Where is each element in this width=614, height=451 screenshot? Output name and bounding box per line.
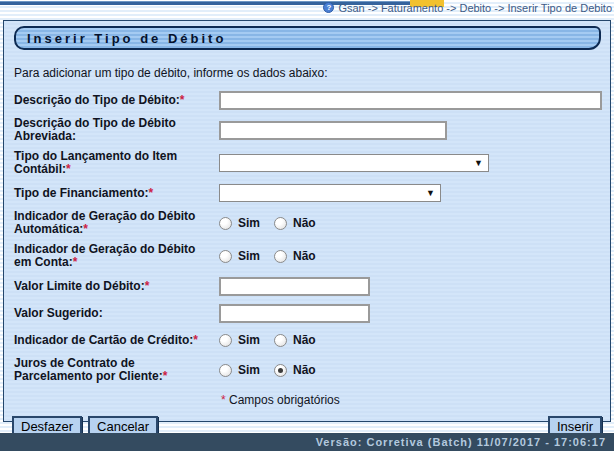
form-row-juros-parcelamento: Juros de Contrato de Parcelamento por Cl… bbox=[14, 357, 602, 383]
required-asterisk: * bbox=[193, 333, 198, 347]
geracao-automatica-nao-radio[interactable] bbox=[274, 217, 287, 230]
chevron-down-icon: ▼ bbox=[426, 189, 440, 198]
field-label: Indicador de Cartão de Crédito:* bbox=[14, 334, 219, 347]
required-asterisk: * bbox=[148, 186, 153, 200]
required-asterisk: * bbox=[83, 222, 88, 236]
page-title: Inserir Tipo de Débito bbox=[16, 31, 226, 46]
field-label: Valor Sugerido: bbox=[14, 307, 219, 320]
radio-label-sim: Sim bbox=[238, 363, 260, 377]
tipo-lancamento-select[interactable]: ▼ bbox=[219, 154, 489, 172]
form-row-tipo-lancamento: Tipo do Lançamento do Item Contábil:* ▼ bbox=[14, 150, 602, 176]
radio-label-nao: Não bbox=[293, 216, 316, 230]
form-row-geracao-em-conta: Indicador de Geração do Débito em Conta:… bbox=[14, 243, 602, 269]
form-row-valor-limite: Valor Limite do Débito:* bbox=[14, 276, 602, 296]
required-asterisk: * bbox=[145, 279, 150, 293]
radio-label-nao: Não bbox=[293, 363, 316, 377]
cartao-credito-sim-radio[interactable] bbox=[219, 334, 232, 347]
radio-label-nao: Não bbox=[293, 333, 316, 347]
required-asterisk: * bbox=[221, 393, 226, 407]
version-footer: Versão: Corretiva (Batch) 11/07/2017 - 1… bbox=[0, 433, 614, 451]
version-text: Versão: Corretiva (Batch) 11/07/2017 - 1… bbox=[316, 436, 606, 448]
geracao-em-conta-nao-radio[interactable] bbox=[274, 250, 287, 263]
required-asterisk: * bbox=[66, 162, 71, 176]
juros-parcelamento-nao-radio[interactable] bbox=[274, 364, 287, 377]
valor-sugerido-input[interactable] bbox=[219, 304, 370, 323]
main-panel: Inserir Tipo de Débito Para adicionar um… bbox=[3, 20, 611, 422]
tipo-financiamento-select[interactable]: ▼ bbox=[219, 184, 441, 202]
breadcrumb-text: Gsan -> Faturamento -> Debito -> Inserir… bbox=[338, 2, 612, 14]
descricao-abreviada-input[interactable] bbox=[219, 121, 447, 140]
juros-parcelamento-sim-radio[interactable] bbox=[219, 364, 232, 377]
required-asterisk: * bbox=[163, 369, 168, 383]
required-asterisk: * bbox=[73, 255, 78, 269]
form-row-valor-sugerido: Valor Sugerido: bbox=[14, 303, 602, 323]
top-header: ? Gsan -> Faturamento -> Debito -> Inser… bbox=[0, 0, 614, 20]
field-label: Indicador de Geração do Débito em Conta:… bbox=[14, 243, 219, 269]
form-instruction: Para adicionar um tipo de débito, inform… bbox=[14, 66, 602, 80]
descricao-tipo-debito-input[interactable] bbox=[219, 91, 602, 110]
geracao-em-conta-sim-radio[interactable] bbox=[219, 250, 232, 263]
field-label: Valor Limite do Débito:* bbox=[14, 280, 219, 293]
field-label: Tipo de Financiamento:* bbox=[14, 187, 219, 200]
field-label: Indicador de Geração do Débito Automátic… bbox=[14, 210, 219, 236]
page-title-bar: Inserir Tipo de Débito bbox=[14, 26, 601, 50]
required-fields-note: * Campos obrigatórios bbox=[221, 393, 602, 407]
chevron-down-icon: ▼ bbox=[474, 159, 488, 168]
form-row-tipo-financiamento: Tipo de Financiamento:* ▼ bbox=[14, 183, 602, 203]
form-row-geracao-automatica: Indicador de Geração do Débito Automátic… bbox=[14, 210, 602, 236]
breadcrumb: ? Gsan -> Faturamento -> Debito -> Inser… bbox=[323, 1, 612, 14]
form-row-descricao-abreviada: Descrição do Tipo de Débito Abreviada: bbox=[14, 117, 602, 143]
juros-parcelamento-radio-group: Sim Não bbox=[219, 363, 316, 377]
form-row-cartao-credito: Indicador de Cartão de Crédito:* Sim Não bbox=[14, 330, 602, 350]
field-label: Descrição do Tipo de Débito:* bbox=[14, 94, 219, 107]
cartao-credito-radio-group: Sim Não bbox=[219, 333, 316, 347]
form-row-descricao-tipo-debito: Descrição do Tipo de Débito:* bbox=[14, 90, 602, 110]
valor-limite-input[interactable] bbox=[219, 277, 370, 296]
geracao-em-conta-radio-group: Sim Não bbox=[219, 249, 316, 263]
geracao-automatica-sim-radio[interactable] bbox=[219, 217, 232, 230]
help-icon[interactable]: ? bbox=[323, 2, 334, 13]
required-asterisk: * bbox=[180, 93, 185, 107]
radio-label-sim: Sim bbox=[238, 249, 260, 263]
geracao-automatica-radio-group: Sim Não bbox=[219, 216, 316, 230]
cartao-credito-nao-radio[interactable] bbox=[274, 334, 287, 347]
radio-label-nao: Não bbox=[293, 249, 316, 263]
field-label: Juros de Contrato de Parcelamento por Cl… bbox=[14, 357, 219, 383]
field-label: Descrição do Tipo de Débito Abreviada: bbox=[14, 117, 219, 143]
field-label: Tipo do Lançamento do Item Contábil:* bbox=[14, 150, 219, 176]
radio-label-sim: Sim bbox=[238, 333, 260, 347]
radio-label-sim: Sim bbox=[238, 216, 260, 230]
